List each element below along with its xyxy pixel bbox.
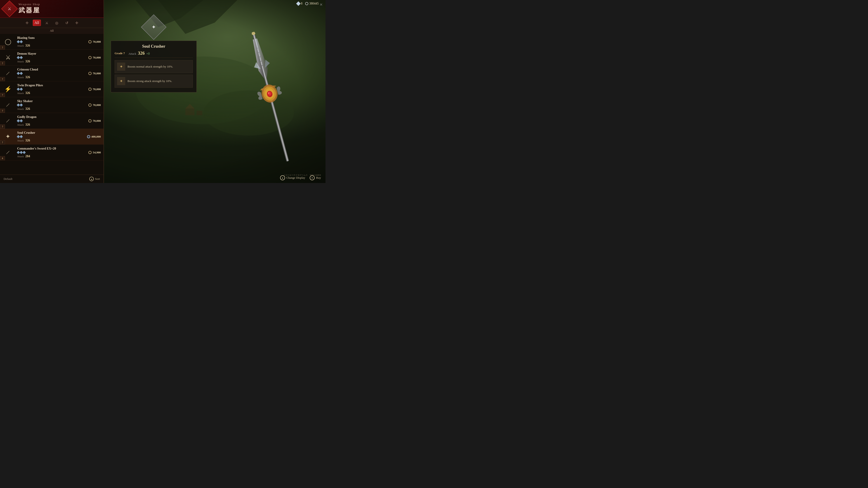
price-display: 70,000 bbox=[88, 119, 101, 123]
weapon-attack: Attack 326 bbox=[17, 139, 77, 142]
weapon-list-item[interactable]: ⟋ 7 Crimson Cloud Attack 326 70,000 bbox=[0, 66, 103, 81]
weapon-grade-badge: 7 bbox=[0, 140, 5, 144]
weapon-name: Soul Crusher bbox=[17, 131, 77, 135]
default-label: Default bbox=[4, 177, 12, 181]
detail-plus-value: +0 bbox=[146, 52, 150, 55]
weapon-price-area: 400,000 bbox=[79, 129, 103, 144]
weapon-icon: ⚔ bbox=[3, 53, 13, 62]
diamond-icon bbox=[296, 1, 301, 6]
weapon-icon: ⟋ bbox=[3, 100, 13, 110]
shop-title-english: Weapons Shop bbox=[19, 3, 40, 6]
weapon-name: Blazing Suns bbox=[17, 36, 77, 40]
bottom-bar: Default ▲ Sort bbox=[0, 175, 103, 183]
perk-icon-1: ✦ bbox=[117, 63, 125, 71]
tab-swords[interactable]: ⚔ bbox=[43, 20, 51, 26]
weapon-gems bbox=[17, 41, 77, 43]
gem-icon bbox=[20, 72, 23, 75]
weapon-grade-badge: 7 bbox=[0, 93, 5, 97]
tab-staves[interactable]: ✛ bbox=[72, 20, 81, 26]
price-value: 70,000 bbox=[93, 103, 101, 107]
weapon-attack: Attack 326 bbox=[17, 107, 77, 111]
perk-text-2: Boosts strong attack strength by 10%. bbox=[127, 79, 172, 83]
tab-bows[interactable]: ↺ bbox=[63, 20, 71, 26]
weapon-grade-badge: 7 bbox=[0, 109, 5, 113]
price-value: 70,000 bbox=[93, 72, 101, 75]
weapon-info: Soul Crusher Attack 326 bbox=[16, 129, 79, 144]
weapon-icon: ✦ bbox=[3, 132, 13, 141]
price-display: 70,000 bbox=[88, 40, 101, 43]
perk-text-1: Boosts normal attack strength by 10%. bbox=[127, 65, 173, 69]
weapon-list[interactable]: ◯ 7 Blazing Suns Attack 326 70,000 ⚔ 7 D… bbox=[0, 34, 103, 175]
left-panel: ⚔ Weapons Shop 武器屋 ✛ All ⚔ ◎ ↺ ✛ All ◯ 7… bbox=[0, 0, 104, 183]
close-button[interactable]: ✕ bbox=[318, 2, 324, 7]
weapon-info: Twin Dragon Pikes Attack 326 bbox=[16, 81, 79, 97]
gem-icon bbox=[20, 40, 23, 43]
weapon-price-area: 70,000 bbox=[79, 34, 103, 50]
price-icon bbox=[87, 135, 90, 138]
weapon-icon: ⟋ bbox=[3, 116, 13, 126]
weapon-gems bbox=[17, 104, 77, 106]
weapon-grade-badge: 7 bbox=[0, 45, 5, 50]
weapon-price-area: 70,000 bbox=[79, 66, 103, 81]
weapon-list-item[interactable]: ✦ 7 Soul Crusher Attack 326 400,000 bbox=[0, 129, 103, 144]
weapon-gems bbox=[17, 120, 77, 122]
weapon-attack: Attack 326 bbox=[17, 91, 77, 95]
weapon-list-item[interactable]: ◯ 7 Blazing Suns Attack 326 70,000 bbox=[0, 34, 103, 50]
coin-icon bbox=[305, 2, 308, 5]
weapon-list-item[interactable]: ⟋ 7 Sky Shaker Attack 326 70,000 bbox=[0, 97, 103, 113]
weapon-name: Twin Dragon Pikes bbox=[17, 84, 77, 87]
diamond-value: 8 bbox=[301, 2, 303, 5]
shop-title: Weapons Shop 武器屋 bbox=[19, 3, 40, 15]
weapon-info: Demon Slayer Attack 326 bbox=[16, 50, 79, 65]
tab-shields[interactable]: ◎ bbox=[53, 20, 61, 26]
shop-title-japanese: 武器屋 bbox=[19, 6, 40, 15]
detail-icon-symbol: ✦ bbox=[151, 24, 156, 30]
attack-value: 326 bbox=[25, 91, 30, 95]
sort-label: Sort bbox=[95, 177, 100, 181]
weapon-attack: Attack 326 bbox=[17, 60, 77, 63]
weapon-icon-area: ✦ 7 bbox=[0, 129, 16, 144]
weapon-icon-area: ◯ 7 bbox=[0, 34, 16, 50]
tab-all[interactable]: All bbox=[33, 20, 41, 26]
weapon-price-area: 70,000 bbox=[79, 50, 103, 65]
gem-icon bbox=[20, 56, 23, 59]
weapon-list-item[interactable]: ⟋ 6 Commander's Sword EX+20 Attack 284 5… bbox=[0, 144, 103, 160]
diamond-currency: 8 bbox=[297, 2, 303, 5]
weapon-name: Crimson Cloud bbox=[17, 68, 77, 71]
weapon-list-item[interactable]: ⚔ 7 Demon Slayer Attack 326 70,000 bbox=[0, 50, 103, 66]
price-icon bbox=[88, 72, 92, 75]
category-tabs: ✛ All ⚔ ◎ ↺ ✛ bbox=[0, 18, 103, 28]
weapon-name: Godly Dragon bbox=[17, 115, 77, 119]
weapon-3d-model bbox=[217, 23, 326, 169]
detail-attack-stat: Attack 326 +0 bbox=[128, 51, 150, 56]
attack-value: 326 bbox=[25, 107, 30, 110]
weapon-attack: Attack 284 bbox=[17, 155, 77, 158]
weapon-list-item[interactable]: ⚡ 7 Twin Dragon Pikes Attack 326 70,000 bbox=[0, 81, 103, 97]
weapon-gems bbox=[17, 72, 77, 74]
weapon-grade-badge: 6 bbox=[0, 156, 5, 160]
attack-value: 284 bbox=[25, 155, 30, 158]
shop-logo: ⚔ bbox=[1, 0, 18, 17]
price-icon bbox=[88, 119, 92, 123]
watermark: ©コーエーテクモゲームス THEGAMER bbox=[284, 174, 321, 177]
price-value: 54,900 bbox=[93, 151, 101, 154]
tab-controller[interactable]: ✛ bbox=[23, 20, 31, 26]
weapon-icon-area: ⟋ 7 bbox=[0, 113, 16, 129]
perk-icon-2: ✦ bbox=[117, 77, 125, 85]
sort-button[interactable]: ▲ Sort bbox=[89, 177, 100, 181]
shop-logo-symbol: ⚔ bbox=[8, 6, 11, 11]
price-icon bbox=[88, 56, 92, 59]
perk-row-1: ✦ Boosts normal attack strength by 10%. bbox=[115, 60, 193, 73]
price-icon bbox=[88, 88, 92, 91]
price-icon bbox=[88, 151, 92, 154]
price-value: 70,000 bbox=[93, 88, 101, 91]
weapon-icon: ⟋ bbox=[3, 148, 13, 157]
price-icon bbox=[88, 40, 92, 43]
attack-value: 326 bbox=[25, 44, 30, 47]
weapon-list-item[interactable]: ⟋ 7 Godly Dragon Attack 326 70,000 bbox=[0, 113, 103, 129]
sort-icon: ▲ bbox=[89, 177, 94, 181]
grade-label: Grade bbox=[115, 52, 123, 55]
price-value: 400,000 bbox=[91, 135, 101, 138]
weapon-attack: Attack 326 bbox=[17, 75, 77, 79]
weapon-detail-panel: ✦ Soul Crusher Grade 7 Attack 326 +0 ✦ B… bbox=[111, 18, 197, 92]
